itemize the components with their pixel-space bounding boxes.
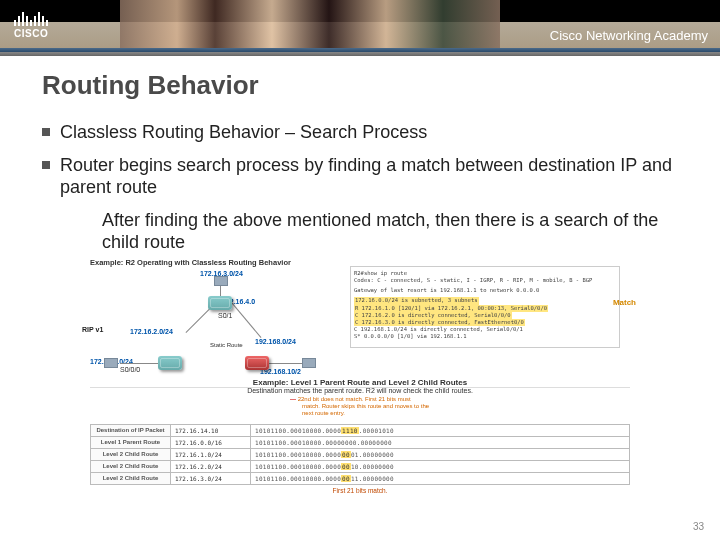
bullet-1: Classless Routing Behavior – Search Proc… [42,121,678,144]
cli-line: Gateway of last resort is 192.168.1.1 to… [354,287,616,294]
cli-highlight: C 172.16.2.0 is directly connected, Seri… [354,312,512,319]
cisco-text: CISCO [14,28,48,39]
router-r1 [158,356,182,370]
row-label: Destination of IP Packet [91,424,171,436]
page-number: 33 [693,521,704,532]
example-2: Example: Level 1 Parent Route and Level … [90,378,630,494]
academy-label: Cisco Networking Academy [550,28,708,43]
match-label: Match [613,298,636,307]
s01: S0/1 [218,312,232,319]
cisco-logo: CISCO [14,8,48,39]
row-binary: 10101100.00010000.00000001.00000000 [251,448,630,460]
table-row: Level 2 Child Route172.16.2.0/2410101100… [91,460,630,472]
slide-title: Routing Behavior [42,70,678,101]
net-label: 172.16.2.0/24 [130,328,173,335]
router-r2 [208,296,232,310]
sub-bullet-text: After finding the above mentioned match,… [102,209,678,254]
link [265,363,305,364]
rip-label: RIP v1 [82,326,103,333]
cli-line: R2#show ip route [354,270,616,277]
row-ip: 172.16.14.10 [171,424,251,436]
s00: S0/0/0 [120,366,140,373]
header-bar: CISCO Cisco Networking Academy [0,0,720,56]
cli-line: S* 0.0.0.0/0 [1/0] via 192.168.1.1 [354,333,616,340]
row-ip: 172.16.2.0/24 [171,460,251,472]
row-label: Level 2 Child Route [91,448,171,460]
row-binary: 10101100.00010000.00000010.00000000 [251,460,630,472]
row-label: Level 2 Child Route [91,460,171,472]
pc-icon [302,358,316,368]
static: Static Route [210,342,243,348]
cli-output: R2#show ip route Codes: C - connected, S… [350,266,620,348]
table-row: Level 1 Parent Route172.16.0.0/161010110… [91,436,630,448]
bullet-2-text: Router begins search process by finding … [60,154,678,199]
net-label: 192.168.0/24 [255,338,296,345]
ex2-note: — 22nd bit does not match. First 21 bits… [290,396,630,418]
diagram-area: Example: R2 Operating with Classless Rou… [90,258,630,518]
bullet-icon [42,161,50,169]
cisco-bars-icon [14,8,48,26]
table-row: Level 2 Child Route172.16.3.0/2410101100… [91,472,630,484]
row-label: Level 2 Child Route [91,472,171,484]
ex2-sub: Destination matches the parent route. R2… [90,387,630,394]
bullet-2: Router begins search process by finding … [42,154,678,199]
cli-line: C 192.168.1.0/24 is directly connected, … [354,326,616,333]
row-ip: 172.16.1.0/24 [171,448,251,460]
row-binary: 10101100.00010000.00000000.00000000 [251,436,630,448]
network-topology: 172.16.3.0/24 172.16.4.0 172.16.2.0/24 1… [90,268,630,388]
bullet-1-text: Classless Routing Behavior – Search Proc… [60,121,427,144]
row-ip: 172.16.0.0/16 [171,436,251,448]
find-match: First 21 bits match. [90,487,630,494]
cli-highlight: C 172.16.3.0 is directly connected, Fast… [354,319,525,326]
pc-icon [104,358,118,368]
slide-content: Routing Behavior Classless Routing Behav… [0,56,720,254]
bullet-icon [42,128,50,136]
table-row: Level 2 Child Route172.16.1.0/2410101100… [91,448,630,460]
row-ip: 172.16.3.0/24 [171,472,251,484]
cli-line: Codes: C - connected, S - static, I - IG… [354,277,616,284]
binary-table: Destination of IP Packet172.16.14.101010… [90,424,630,485]
cli-highlight: R 172.16.1.0 [120/1] via 172.16.2.1, 00:… [354,305,548,312]
header-accent [0,48,720,56]
row-label: Level 1 Parent Route [91,436,171,448]
pc-icon [214,276,228,286]
row-binary: 10101100.00010000.00001110.00001010 [251,424,630,436]
row-binary: 10101100.00010000.00000011.00000000 [251,472,630,484]
ex2-title: Example: Level 1 Parent Route and Level … [90,378,630,387]
cli-highlight: 172.16.0.0/24 is subnetted, 3 subnets [354,297,479,304]
table-row: Destination of IP Packet172.16.14.101010… [91,424,630,436]
router-r3 [245,356,269,370]
